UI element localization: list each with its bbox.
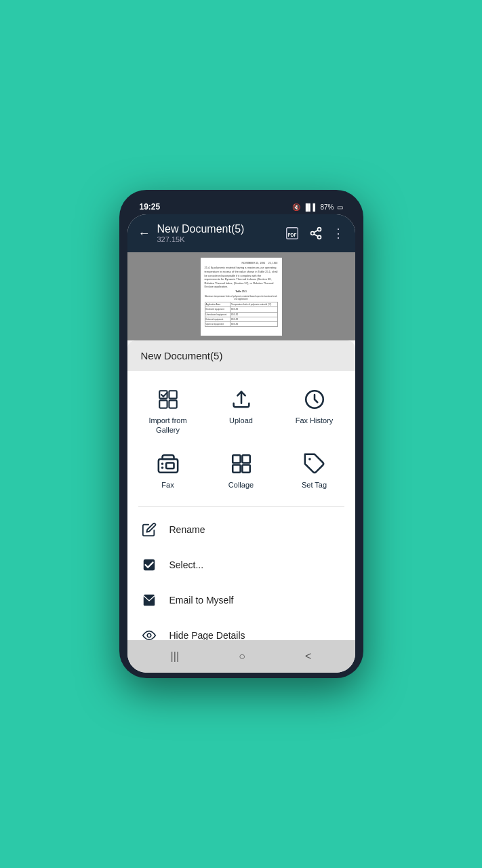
svg-line-6	[314, 230, 318, 232]
pdf-icon[interactable]: PDF	[285, 226, 300, 241]
list-item-hide-page[interactable]: Hide Page Details	[127, 618, 355, 640]
document-size: 327.15K	[157, 235, 278, 243]
list-item-rename[interactable]: Rename	[127, 512, 355, 547]
svg-line-5	[314, 234, 318, 236]
svg-rect-20	[242, 465, 249, 472]
svg-rect-10	[169, 400, 176, 408]
back-nav-button[interactable]: <	[305, 650, 311, 663]
bottom-sheet: New Document(5)	[127, 340, 355, 640]
phone-screen: ← New Document(5) 327.15K PDF	[127, 214, 355, 673]
grid-item-set-tag[interactable]: Set Tag	[281, 446, 348, 495]
signal-icon: ▐▌▌	[303, 203, 317, 211]
svg-rect-18	[242, 455, 249, 462]
time-display: 19:25	[140, 202, 161, 212]
svg-point-3	[310, 232, 314, 235]
list-item-email[interactable]: Email to Myself	[127, 583, 355, 618]
document-preview: NOVEMBER 25, 1994 25, 1992 25.4. A polym…	[127, 252, 355, 340]
document-paper: NOVEMBER 25, 1994 25, 1992 25.4. A polym…	[201, 258, 282, 336]
document-title: New Document(5)	[157, 223, 278, 235]
battery-icon: ▭	[337, 203, 343, 211]
select-label: Select...	[169, 559, 204, 570]
mute-icon: 🔇	[292, 203, 300, 211]
grid-item-collage[interactable]: Collage	[207, 446, 275, 495]
more-options-icon[interactable]: ⋮	[332, 226, 344, 241]
sheet-content: Import from Gallery Upload	[127, 371, 355, 640]
collage-label: Collage	[228, 480, 254, 490]
svg-point-4	[317, 235, 321, 239]
grid-item-fax[interactable]: Fax	[134, 446, 202, 495]
status-bar: 19:25 🔇 ▐▌▌ 87% ▭	[127, 198, 355, 214]
phone-frame: 19:25 🔇 ▐▌▌ 87% ▭ ← New Document(5) 327.…	[119, 190, 363, 678]
battery-text: 87%	[320, 203, 334, 211]
grid-item-fax-history[interactable]: Fax History	[281, 382, 348, 441]
select-icon	[141, 557, 157, 573]
import-gallery-icon	[156, 387, 180, 412]
rename-icon	[141, 521, 157, 538]
svg-point-23	[147, 633, 151, 637]
svg-rect-16	[166, 462, 174, 469]
top-bar-actions: PDF ⋮	[285, 226, 344, 241]
svg-rect-8	[169, 391, 176, 398]
grid-item-import-gallery[interactable]: Import from Gallery	[134, 382, 202, 441]
email-label: Email to Myself	[169, 595, 234, 606]
grid-item-upload[interactable]: Upload	[207, 382, 275, 441]
fax-icon	[156, 452, 180, 476]
email-icon	[141, 592, 157, 608]
share-icon[interactable]	[309, 226, 323, 240]
list-item-select[interactable]: Select...	[127, 547, 355, 583]
upload-label: Upload	[229, 416, 253, 425]
upload-icon	[229, 387, 254, 412]
hide-page-icon	[141, 627, 157, 640]
svg-text:PDF: PDF	[287, 233, 296, 237]
svg-point-2	[317, 228, 321, 231]
divider-1	[138, 506, 344, 507]
svg-rect-9	[159, 400, 167, 408]
set-tag-icon	[302, 452, 327, 476]
fax-history-label: Fax History	[296, 416, 334, 425]
fax-history-icon	[302, 387, 327, 412]
back-button[interactable]: ←	[138, 226, 150, 241]
hide-page-label: Hide Page Details	[169, 630, 245, 640]
nav-bar: ||| ○ <	[127, 640, 355, 673]
import-gallery-label: Import from Gallery	[137, 416, 199, 435]
collage-icon	[229, 452, 254, 476]
svg-rect-13	[158, 459, 177, 473]
fax-label: Fax	[161, 480, 174, 490]
recent-apps-button[interactable]: |||	[171, 650, 179, 663]
title-area: New Document(5) 327.15K	[157, 223, 278, 243]
set-tag-label: Set Tag	[302, 480, 327, 490]
home-button[interactable]: ○	[239, 650, 245, 663]
top-bar: ← New Document(5) 327.15K PDF	[127, 214, 355, 252]
svg-rect-17	[233, 455, 240, 462]
status-icons: 🔇 ▐▌▌ 87% ▭	[292, 203, 342, 211]
svg-rect-19	[233, 465, 240, 472]
icon-grid: Import from Gallery Upload	[127, 371, 355, 500]
rename-label: Rename	[169, 524, 205, 535]
sheet-header: New Document(5)	[127, 340, 355, 371]
